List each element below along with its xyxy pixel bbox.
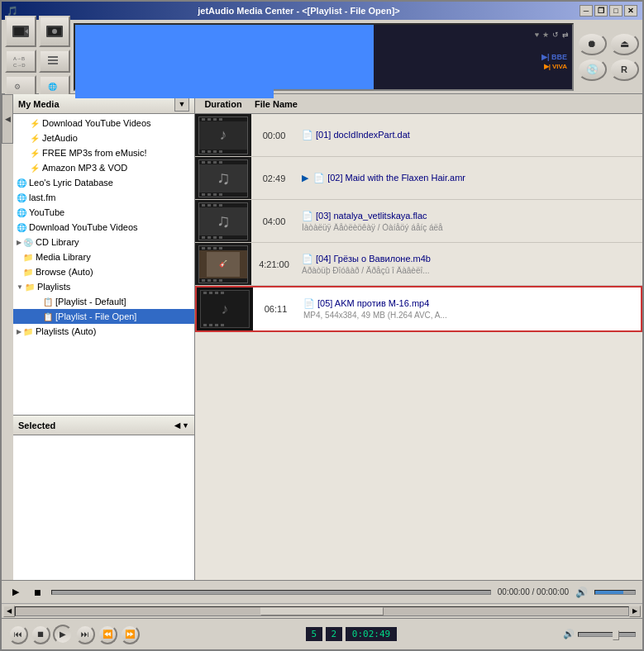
heart-icon[interactable]: ♥ — [535, 31, 539, 39]
bbe-viva-section: ▶| BBE ▶| VIVA — [541, 53, 569, 70]
title-bar-buttons: ─ ❐ □ ✕ — [580, 5, 637, 17]
filename-text-1: [01] docIdIndexPart.dat — [316, 130, 410, 140]
playlist-thumb-1: ♪ — [195, 114, 251, 156]
toolbar-center-display: ⏮ ▶ ⏭ ⏹ ♥ ★ ↺ ⇄ — [74, 23, 574, 91]
sidebar-item-youtube[interactable]: 🌐 YouTube — [13, 205, 194, 220]
playlist-item-5[interactable]: ♪ 06:11 — [195, 286, 642, 332]
film-hole — [208, 279, 211, 282]
sidebar-item-jetaudio[interactable]: ⚡ JetAudio — [13, 131, 194, 145]
playlist-button[interactable] — [39, 50, 70, 73]
star-icon[interactable]: ★ — [542, 31, 549, 39]
playlist-item-1[interactable]: ♪ 00:00 — [195, 114, 642, 157]
sidebar-item-playlist-default[interactable]: 📋 [Playlist - Default] — [13, 294, 194, 309]
duration-value-4: 4:21:00 — [259, 259, 289, 269]
volume-icon[interactable]: 🔊 — [575, 587, 588, 598]
volume-slider[interactable] — [578, 632, 636, 637]
film-thumb-2: ♫ — [198, 159, 248, 197]
film-hole — [202, 236, 205, 239]
browse-icon: 📁 — [23, 268, 33, 277]
shuffle-icon[interactable]: ⇄ — [562, 31, 569, 39]
transport-prev-track-button[interactable]: ⏪ — [98, 625, 117, 644]
sidebar-item-free-mp3[interactable]: ⚡ FREE MP3s from eMusic! — [13, 145, 194, 160]
sidebar-item-leos[interactable]: 🌐 Leo's Lyric Database — [13, 175, 194, 190]
film-strip-bottom-5 — [201, 323, 249, 327]
sidebar-item-label: Playlists (Auto) — [36, 326, 96, 336]
sidebar-collapse-button[interactable]: ◀ — [2, 94, 13, 144]
sidebar-item-media-library[interactable]: ▶ 📁 Media Library — [13, 249, 194, 264]
sidebar-sort-button[interactable]: ▼ — [174, 97, 189, 112]
cd-expand-icon[interactable]: ▶ — [17, 239, 21, 246]
repeat-icon[interactable]: ↺ — [552, 31, 559, 39]
playlist-item-4[interactable]: 🎸 4:21:00 — [195, 243, 642, 286]
playlist-item-2[interactable]: ♫ 02:49 — [195, 157, 642, 200]
film-hole — [202, 279, 205, 282]
hscroll-left-button[interactable]: ◀ — [3, 606, 15, 617]
sidebar-bottom-controls: ◀ ▼ — [174, 421, 189, 430]
volume-bar[interactable] — [594, 590, 636, 595]
playlist-item-3[interactable]: ♫ 04:00 — [195, 200, 642, 243]
hscroll-thumb[interactable] — [260, 607, 383, 615]
sidebar-item-label: last.fm — [29, 192, 55, 202]
eject-button[interactable]: ⏏ — [609, 32, 639, 55]
transport-controls: ⏮ ⏹ ▶ ⏭ ⏪ ⏩ — [8, 625, 140, 644]
sidebar-bottom-next[interactable]: ▼ — [182, 421, 189, 430]
film-hole — [208, 236, 211, 239]
player-button[interactable] — [5, 16, 36, 47]
svg-rect-8 — [48, 56, 58, 58]
transport-next-button[interactable]: ⏭ — [75, 625, 95, 644]
transport-next-track-button[interactable]: ⏩ — [120, 625, 140, 644]
convert-button[interactable]: R — [609, 58, 639, 81]
film-hole — [202, 193, 205, 196]
volume-slider-thumb[interactable] — [613, 630, 619, 640]
sidebar-item-cd-library[interactable]: ▶ 💿 CD Library — [13, 235, 194, 249]
sidebar-item-amazon[interactable]: ⚡ Amazon MP3 & VOD — [13, 160, 194, 175]
sidebar-item-lastfm[interactable]: 🌐 last.fm — [13, 190, 194, 205]
thumb-note-2: ♫ — [217, 168, 231, 189]
duration-value-2: 02:49 — [263, 173, 286, 183]
transport-prev-button[interactable]: ⏮ — [8, 625, 28, 644]
sidebar-item-label: Browse (Auto) — [36, 267, 93, 277]
hscroll-right-button[interactable]: ▶ — [629, 606, 641, 617]
transport-play-button[interactable]: ▶ — [53, 625, 73, 644]
volume-speaker-icon[interactable]: 🔊 — [563, 629, 575, 639]
film-hole — [213, 247, 217, 249]
viva-label: ▶| — [544, 63, 551, 70]
svg-text:⚙: ⚙ — [14, 83, 21, 91]
sidebar-item-playlists-auto[interactable]: ▶ 📁 Playlists (Auto) — [13, 324, 194, 339]
hscroll-bar[interactable] — [15, 606, 629, 616]
film-hole — [209, 324, 212, 326]
eq-button[interactable]: A→B C→D — [5, 50, 36, 73]
sidebar-item-playlists[interactable]: ▼ 📁 Playlists — [13, 279, 194, 294]
sidebar-item-download-yt[interactable]: ⚡ Download YouTube Videos — [13, 116, 194, 131]
playlists-expand-icon[interactable]: ▼ — [17, 283, 23, 291]
film-hole — [202, 161, 205, 164]
transport-stop-button[interactable]: ⏹ — [31, 625, 50, 644]
seek-play-button[interactable]: ▶ — [8, 586, 23, 599]
jetaudio-icon: ⚡ — [30, 134, 40, 143]
seek-stop-button[interactable]: ⏹ — [30, 586, 45, 599]
seekbar[interactable] — [51, 590, 491, 595]
playlists-auto-icon: 📁 — [23, 327, 33, 336]
film-hole — [202, 150, 205, 153]
minimize-button[interactable]: ─ — [580, 5, 593, 17]
restore-button[interactable]: ❐ — [594, 5, 608, 17]
sidebar-tree[interactable]: ⚡ Download YouTube Videos ⚡ JetAudio ⚡ F… — [13, 114, 194, 415]
sidebar-item-playlist-fileopen[interactable]: 📋 [Playlist - File Open] — [13, 309, 194, 324]
close-button[interactable]: ✕ — [624, 5, 637, 17]
video-button[interactable] — [39, 16, 70, 47]
playlist-list[interactable]: ♪ 00:00 — [195, 114, 642, 580]
playlists-auto-expand-icon[interactable]: ▶ — [17, 328, 21, 335]
maximize-button[interactable]: □ — [609, 5, 623, 17]
playlist-duration-4: 4:21:00 — [251, 243, 297, 285]
media-icon: 📁 — [23, 253, 33, 262]
cd-button[interactable]: 💿 — [577, 58, 607, 81]
record-button[interactable]: ⏺ — [577, 32, 607, 55]
seek-area: ▶ ⏹ 00:00:00 / 00:00:00 🔊 — [2, 580, 642, 603]
sidebar-item-browse-auto[interactable]: ▶ 📁 Browse (Auto) — [13, 264, 194, 279]
sidebar-item-label: Leo's Lyric Database — [29, 178, 113, 188]
sidebar-bottom-prev[interactable]: ◀ — [174, 421, 180, 430]
duration-column-header: Duration — [198, 99, 248, 109]
sidebar-item-download-yt2[interactable]: 🌐 Download YouTube Videos — [13, 220, 194, 235]
film-hole — [219, 279, 222, 282]
playlist-info-5: 📄 [05] AKM против М-16.mp4 MP4, 544x384,… — [298, 287, 641, 330]
